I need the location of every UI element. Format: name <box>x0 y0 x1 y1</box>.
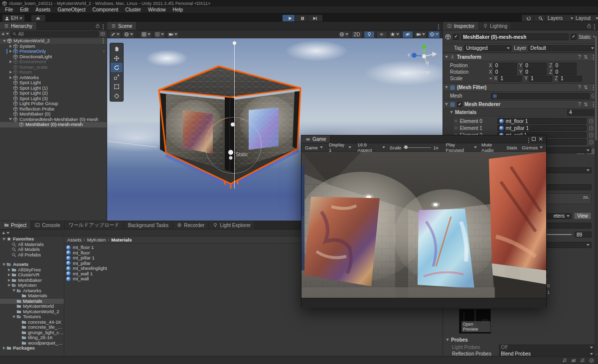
hierarchy-item[interactable]: PreviewOnly› <box>0 49 107 54</box>
hierarchy-item[interactable]: Environment <box>0 59 107 65</box>
hierarchy-item[interactable]: Spot Light <box>0 80 107 86</box>
presets-icon[interactable]: ⇅ <box>584 54 588 60</box>
layer-dropdown[interactable]: Default <box>528 45 596 51</box>
project-tree-item[interactable]: Artworks <box>0 288 64 294</box>
hierarchy-search-input[interactable]: All <box>10 31 99 37</box>
project-tree-item[interactable]: MyKoten <box>0 283 64 288</box>
project-create-button[interactable]: + <box>2 230 5 236</box>
tab-light-explorer[interactable]: Light Explorer <box>209 221 255 229</box>
gizmos-toggle-dropdown[interactable] <box>428 31 440 38</box>
renderer-enabled-checkbox[interactable]: ✓ <box>457 102 462 107</box>
project-tree-item[interactable]: Textures <box>0 314 64 320</box>
project-tree-item[interactable]: MyKotenWorld <box>0 304 64 309</box>
menu-component[interactable]: Component <box>90 7 122 12</box>
position-y-field[interactable]: 0 <box>523 63 547 69</box>
foldout-arrow[interactable] <box>6 273 11 276</box>
active-checkbox[interactable]: ✓ <box>453 34 459 40</box>
hierarchy-menu-icon[interactable] <box>103 26 104 27</box>
component-menu-icon[interactable] <box>593 87 594 88</box>
grid-visibility-dropdown[interactable] <box>140 31 152 38</box>
hierarchy-item[interactable]: Spot Light (1) <box>0 86 107 91</box>
project-tree-item[interactable]: Materials <box>0 299 64 304</box>
maximize-icon[interactable] <box>531 136 536 141</box>
hierarchy-item[interactable]: CombinedMesh-MeshBaker (0)-mesh <box>0 117 107 122</box>
menu-window[interactable]: Window <box>145 7 169 12</box>
position-x-field[interactable]: 0 <box>493 63 517 69</box>
static-checkbox[interactable]: ✓ <box>571 34 577 40</box>
draw-mode-dropdown[interactable] <box>109 31 121 38</box>
project-tree-item[interactable]: Materials <box>0 293 64 299</box>
object-picker-icon[interactable] <box>589 119 594 123</box>
object-picker-icon[interactable] <box>589 140 594 144</box>
object-picker-icon[interactable] <box>589 133 594 137</box>
tab-console[interactable]: Console <box>31 221 65 229</box>
material-object-field[interactable]: mt_floor 1 <box>497 118 587 124</box>
mesh-object-field[interactable] <box>491 93 590 99</box>
scale-y-field[interactable]: 1 <box>529 76 552 82</box>
foldout-arrow[interactable] <box>11 289 16 292</box>
shading-mode-dropdown[interactable] <box>338 31 350 38</box>
scene-audio-toggle[interactable] <box>376 31 387 38</box>
persp-label[interactable]: ⋖ Persp <box>412 69 430 75</box>
gizmo-axis-handle[interactable] <box>233 41 236 45</box>
menu-assets[interactable]: Assets <box>32 7 53 12</box>
open-preview-button[interactable]: Open Preview <box>461 321 490 332</box>
project-tree-item[interactable]: All Prefabs <box>0 252 64 258</box>
foldout-arrow[interactable] <box>11 316 16 318</box>
rotation-y-field[interactable]: 0 <box>523 69 547 75</box>
play-focused-dropdown[interactable]: Play Focused <box>444 144 478 151</box>
hierarchy-item[interactable]: human_scale <box>0 65 107 70</box>
foldout-arrow[interactable] <box>6 279 11 282</box>
step-button[interactable] <box>307 14 323 22</box>
menu-help[interactable]: Help <box>169 7 186 12</box>
prefab-open-chevron-icon[interactable]: › <box>103 49 105 54</box>
2d-toggle[interactable]: 2D <box>351 31 362 38</box>
project-tree-item[interactable]: Favorites <box>0 237 64 242</box>
project-create-dropdown-icon[interactable] <box>6 232 9 234</box>
tab-hierarchy[interactable]: Hierarchy <box>0 22 37 30</box>
object-picker-icon[interactable] <box>589 126 594 130</box>
tab-project[interactable]: Project <box>0 221 31 229</box>
hierarchy-item[interactable]: MeshBaker (0)-mesh-mesh <box>0 122 107 127</box>
project-tree-item[interactable]: All Materials <box>0 242 64 247</box>
lock-icon[interactable] <box>95 23 100 28</box>
tag-dropdown[interactable]: Untagged <box>464 45 512 51</box>
cache-server-disabled-icon[interactable] <box>571 358 576 363</box>
scene-view-options-dropdown[interactable] <box>123 31 135 38</box>
breadcrumb-item[interactable]: MyKoten <box>87 237 106 243</box>
hierarchy-item[interactable]: System <box>0 44 107 49</box>
project-tree-item[interactable]: concrete_tile_3-1K <box>0 325 64 330</box>
transform-tool[interactable] <box>111 91 123 101</box>
camera-view-dropdown[interactable] <box>415 31 427 38</box>
hierarchy-item[interactable]: Light Probe Group <box>0 101 107 107</box>
presets-icon[interactable]: ⇅ <box>584 85 588 90</box>
materials-count-field[interactable]: 4 <box>567 110 596 116</box>
collab-offline-icon[interactable] <box>580 358 585 363</box>
project-tree-item[interactable]: MyKotenWorld_2 <box>0 309 64 315</box>
create-dropdown-icon[interactable] <box>6 33 9 35</box>
project-tree-item[interactable]: Packages <box>0 346 64 351</box>
material-preview-thumbnail[interactable]: Open Preview <box>459 309 491 334</box>
scene-menu-icon[interactable] <box>438 26 439 27</box>
mesh-filter-header[interactable]: (Mesh Filter) ?⇅ <box>443 83 598 92</box>
foldout-arrow[interactable] <box>1 347 6 350</box>
help-icon[interactable]: ? <box>578 102 581 107</box>
rect-tool[interactable] <box>111 82 123 91</box>
tab-scene[interactable]: Scene <box>107 22 137 30</box>
hierarchy-item[interactable]: MyKotenWorld_2 <box>0 38 107 44</box>
rotate-tool[interactable] <box>111 63 123 72</box>
account-button[interactable]: EH <box>2 14 25 22</box>
game-gizmos-dropdown[interactable]: Gizmos <box>520 144 544 151</box>
project-tree-item[interactable]: Assets <box>0 262 64 267</box>
scale-z-field[interactable]: 1 <box>559 76 582 82</box>
foldout-arrow[interactable] <box>8 118 13 121</box>
mesh-renderer-header[interactable]: ✓ Mesh Renderer ?⇅ <box>443 100 598 109</box>
probes-foldout[interactable]: Probes <box>443 337 598 343</box>
camera-snap-dropdown[interactable] <box>167 31 179 38</box>
hierarchy-item[interactable]: Room <box>0 70 107 75</box>
aspect-ratio-dropdown[interactable]: 16:9 Aspect <box>356 144 386 151</box>
drag-handle-icon[interactable]: = <box>454 119 457 124</box>
tab-game[interactable]: Game <box>301 135 330 143</box>
game-window[interactable]: Game Game Display 1 16:9 Aspect Scale 1x… <box>301 135 547 308</box>
tab-recorder[interactable]: Recorder <box>173 221 209 229</box>
